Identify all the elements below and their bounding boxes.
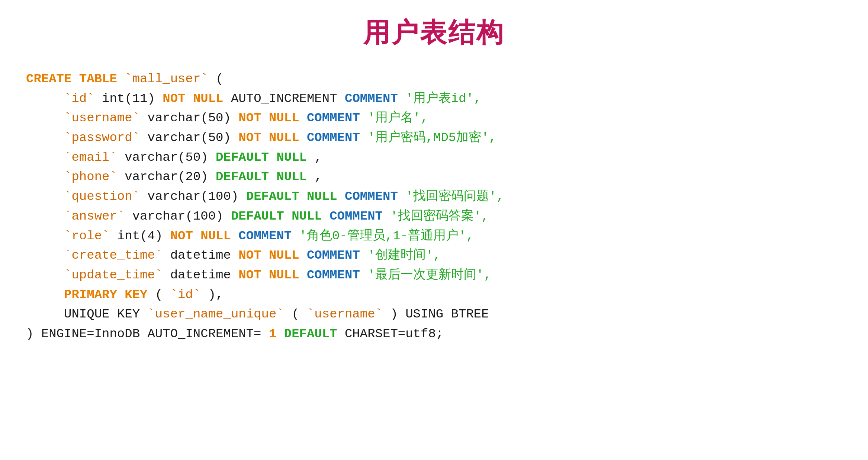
kw-comment-question: COMMENT bbox=[345, 189, 398, 204]
kw-comment-create-time: COMMENT bbox=[307, 248, 360, 262]
kw-not-null-update-time: NOT NULL bbox=[238, 268, 299, 282]
email-type: varchar(50) bbox=[125, 150, 216, 164]
update-time-type: datetime bbox=[170, 268, 239, 282]
kw-not-null-id: NOT NULL bbox=[163, 92, 223, 106]
email-comma: , bbox=[314, 150, 322, 164]
kw-default-engine: DEFAULT bbox=[284, 327, 337, 341]
code-line-1: CREATE TABLE `mall_user` ( bbox=[26, 69, 846, 89]
comment-role-val: '角色0-管理员,1-普通用户', bbox=[299, 229, 474, 243]
kw-comment-update-time: COMMENT bbox=[307, 268, 360, 282]
indent-primary bbox=[26, 288, 57, 302]
code-line-update-time: `update_time` datetime NOT NULL COMMENT … bbox=[26, 265, 846, 285]
indent-id bbox=[26, 92, 57, 106]
password-type: varchar(50) bbox=[147, 131, 238, 145]
comment-create-time-val: '创建时间', bbox=[367, 248, 441, 262]
comment-id-val: '用户表id', bbox=[405, 92, 481, 106]
charset-val: CHARSET=utf8; bbox=[345, 327, 443, 341]
kw-default-question: DEFAULT bbox=[246, 189, 299, 204]
code-line-unique-key: UNIQUE KEY `user_name_unique` ( `usernam… bbox=[26, 304, 846, 324]
kw-not-null-username: NOT NULL bbox=[238, 111, 299, 125]
code-block: CREATE TABLE `mall_user` ( `id` int(11) … bbox=[22, 69, 846, 344]
closing-paren: ) ENGINE=InnoDB AUTO_INCREMENT= bbox=[26, 327, 261, 341]
code-line-primary-key: PRIMARY KEY ( `id` ), bbox=[26, 285, 846, 305]
comment-update-time-val: '最后一次更新时间', bbox=[367, 268, 491, 282]
col-password: `password` bbox=[64, 131, 140, 145]
phone-comma: , bbox=[314, 170, 322, 184]
col-id: `id` bbox=[64, 92, 94, 106]
primary-key-val: ( bbox=[155, 288, 163, 302]
kw-not-null-role: NOT NULL bbox=[170, 229, 231, 243]
answer-type: varchar(100) bbox=[132, 209, 231, 223]
kw-null-phone: NULL bbox=[276, 170, 307, 184]
open-paren: ( bbox=[216, 72, 223, 86]
kw-comment-username: COMMENT bbox=[307, 111, 360, 125]
code-line-password: `password` varchar(50) NOT NULL COMMENT … bbox=[26, 128, 846, 148]
indent-password bbox=[26, 131, 57, 145]
kw-default-email: DEFAULT bbox=[216, 150, 269, 164]
indent-answer bbox=[26, 209, 57, 223]
kw-null-answer: NULL bbox=[292, 209, 322, 223]
question-type: varchar(100) bbox=[147, 189, 246, 204]
username-type: varchar(50) bbox=[147, 111, 238, 125]
table-name: `mall_user` bbox=[125, 72, 208, 86]
kw-default-phone: DEFAULT bbox=[216, 170, 269, 184]
indent-update-time bbox=[26, 268, 57, 282]
unique-key-close: ) USING BTREE bbox=[390, 307, 489, 321]
page-title: 用户表结构 bbox=[22, 15, 846, 51]
code-line-role: `role` int(4) NOT NULL COMMENT '角色0-管理员,… bbox=[26, 226, 846, 246]
code-line-phone: `phone` varchar(20) DEFAULT NULL , bbox=[26, 167, 846, 187]
code-line-create-time: `create_time` datetime NOT NULL COMMENT … bbox=[26, 246, 846, 265]
unique-key-name: `user_name_unique` bbox=[147, 307, 284, 321]
kw-comment-password: COMMENT bbox=[307, 131, 360, 145]
kw-not-null-create-time: NOT NULL bbox=[238, 248, 299, 262]
phone-type: varchar(20) bbox=[125, 170, 216, 184]
kw-comment-answer: COMMENT bbox=[329, 209, 383, 223]
kw-comment-role: COMMENT bbox=[238, 229, 292, 243]
id-type: int(11) bbox=[102, 92, 163, 106]
create-time-type: datetime bbox=[170, 248, 239, 262]
col-role: `role` bbox=[64, 229, 109, 243]
role-type: int(4) bbox=[117, 229, 170, 243]
col-phone: `phone` bbox=[64, 170, 117, 184]
id-auto: AUTO_INCREMENT bbox=[231, 92, 345, 106]
comment-question-val: '找回密码问题', bbox=[405, 189, 504, 204]
unique-key-open: ( bbox=[292, 307, 299, 321]
col-question: `question` bbox=[64, 189, 140, 204]
keyword-create: CREATE bbox=[26, 72, 71, 86]
indent-phone bbox=[26, 170, 57, 184]
kw-null-email: NULL bbox=[276, 150, 307, 164]
comment-password-val: '用户密码,MD5加密', bbox=[367, 131, 496, 145]
kw-primary-key: PRIMARY KEY bbox=[64, 288, 147, 302]
col-create-time: `create_time` bbox=[64, 248, 163, 262]
code-line-question: `question` varchar(100) DEFAULT NULL COM… bbox=[26, 187, 846, 207]
kw-null-question: NULL bbox=[307, 189, 337, 204]
primary-key-close: ), bbox=[208, 288, 224, 302]
kw-default-answer: DEFAULT bbox=[231, 209, 284, 223]
code-line-username: `username` varchar(50) NOT NULL COMMENT … bbox=[26, 108, 846, 128]
code-line-id: `id` int(11) NOT NULL AUTO_INCREMENT COM… bbox=[26, 89, 846, 109]
auto-increment-val: 1 bbox=[269, 327, 276, 341]
kw-not-null-password: NOT NULL bbox=[238, 131, 299, 145]
primary-key-col: `id` bbox=[170, 288, 201, 302]
col-answer: `answer` bbox=[64, 209, 125, 223]
col-update-time: `update_time` bbox=[64, 268, 163, 282]
indent-create-time bbox=[26, 248, 57, 262]
indent-unique bbox=[26, 307, 57, 321]
indent-question bbox=[26, 189, 57, 204]
code-line-email: `email` varchar(50) DEFAULT NULL , bbox=[26, 148, 846, 167]
comment-answer-val: '找回密码答案', bbox=[390, 209, 489, 223]
unique-key-label: UNIQUE KEY bbox=[64, 307, 147, 321]
code-line-engine: ) ENGINE=InnoDB AUTO_INCREMENT= 1 DEFAUL… bbox=[26, 324, 846, 344]
col-username: `username` bbox=[64, 111, 140, 125]
indent-role bbox=[26, 229, 57, 243]
keyword-table: TABLE bbox=[79, 72, 117, 86]
col-email: `email` bbox=[64, 150, 117, 164]
unique-key-col: `username` bbox=[307, 307, 383, 321]
code-line-answer: `answer` varchar(100) DEFAULT NULL COMME… bbox=[26, 207, 846, 226]
kw-comment-id: COMMENT bbox=[345, 92, 398, 106]
indent-username bbox=[26, 111, 57, 125]
comment-username-val: '用户名', bbox=[367, 111, 428, 125]
indent-email bbox=[26, 150, 57, 164]
